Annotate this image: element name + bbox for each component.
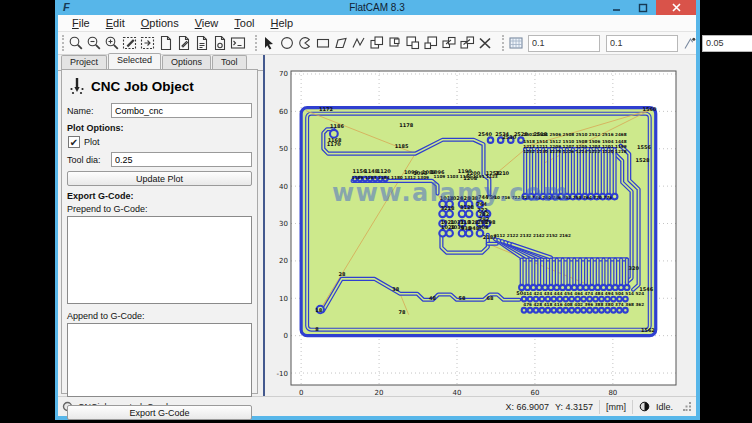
- edit-geometry-button[interactable]: [121, 34, 139, 53]
- path-tool-button[interactable]: [350, 34, 368, 53]
- svg-text:1528: 1528: [635, 157, 649, 163]
- delete-x-icon: [477, 35, 493, 51]
- tool-dia-input[interactable]: [111, 152, 252, 167]
- rectangle-tool-button[interactable]: [314, 34, 332, 53]
- cncjob-icon: [69, 77, 85, 95]
- toolbar-drag-handle[interactable]: [502, 35, 504, 51]
- svg-text:60: 60: [279, 108, 288, 116]
- menu-edit[interactable]: Edit: [98, 16, 133, 30]
- svg-text:78: 78: [399, 309, 406, 315]
- svg-text:40: 40: [279, 183, 288, 191]
- update-geometry-button[interactable]: [139, 34, 157, 53]
- append-label: Append to G-Code:: [67, 311, 252, 321]
- resize-grip[interactable]: [683, 402, 692, 411]
- svg-text:1232 1230 1228 1226 1224 1222: 1232 1230 1228 1226 1224 1222 1220 1218: [523, 149, 627, 154]
- grid-icon: [508, 35, 524, 51]
- delete-shape-button[interactable]: [476, 34, 494, 53]
- svg-text:20: 20: [279, 257, 288, 265]
- tab-project[interactable]: Project: [61, 55, 107, 70]
- svg-text:0: 0: [299, 389, 303, 396]
- svg-text:80: 80: [608, 389, 617, 396]
- grid-y-input[interactable]: [606, 35, 678, 52]
- append-gcode-textarea[interactable]: [67, 323, 252, 397]
- circle-tool-button[interactable]: [278, 34, 296, 53]
- toolbar-drag-handle[interactable]: [62, 35, 64, 51]
- zoom-in-button[interactable]: [103, 34, 121, 53]
- svg-text:38: 38: [392, 286, 399, 292]
- menu-tool[interactable]: Tool: [226, 16, 262, 30]
- menu-help[interactable]: Help: [262, 16, 301, 30]
- maximize-button[interactable]: [630, 0, 656, 15]
- svg-text:1120: 1120: [377, 168, 391, 174]
- cut-path-button[interactable]: [422, 34, 440, 53]
- snap-max-input[interactable]: [702, 35, 752, 52]
- union-button[interactable]: [368, 34, 386, 53]
- copy-objects-button[interactable]: [440, 34, 458, 53]
- cursor-y-readout: Y: 4.3157: [555, 402, 593, 412]
- state-readout: Idle.: [656, 402, 673, 412]
- intersection-button[interactable]: [386, 34, 404, 53]
- select-tool-button[interactable]: [260, 34, 278, 53]
- polygon-tool-icon: [333, 35, 349, 51]
- activity-icon: [639, 401, 650, 412]
- menu-options[interactable]: Options: [133, 16, 187, 30]
- tool-dia-label: Tool dia:: [67, 155, 111, 165]
- menu-bar: File Edit Options View Tool Help: [58, 15, 696, 32]
- menu-file[interactable]: File: [64, 16, 98, 30]
- close-button[interactable]: [656, 0, 696, 15]
- svg-text:2502 2504 2506 2508 2510 2512: 2502 2504 2506 2508 2510 2512 2516 2468: [523, 132, 627, 137]
- zoom-fit-button[interactable]: [67, 34, 85, 53]
- svg-text:20: 20: [375, 389, 384, 396]
- close-icon: [672, 3, 681, 12]
- polygon-tool-button[interactable]: [332, 34, 350, 53]
- plot-checkbox-label: Plot: [84, 137, 100, 147]
- union-icon: [369, 35, 385, 51]
- terminal-icon: [230, 35, 246, 51]
- zoom-fit-icon: [68, 35, 84, 51]
- save-project-as-button[interactable]: [211, 34, 229, 53]
- new-project-button[interactable]: [157, 34, 175, 53]
- svg-text:28: 28: [339, 271, 346, 277]
- export-gcode-button[interactable]: Export G-Code: [67, 405, 252, 420]
- svg-text:40: 40: [453, 389, 462, 396]
- statusbar-separator: [599, 400, 600, 414]
- plot-panel: 020406080-100102030405060701172156015628…: [266, 55, 696, 396]
- grid-x-input[interactable]: [528, 35, 600, 52]
- tab-tool[interactable]: Tool: [212, 55, 247, 70]
- zoom-out-button[interactable]: [85, 34, 103, 53]
- move-objects-button[interactable]: [458, 34, 476, 53]
- svg-text:-10: -10: [277, 370, 288, 378]
- svg-text:1556: 1556: [637, 144, 651, 150]
- subtract-button[interactable]: [404, 34, 422, 53]
- name-input[interactable]: [111, 103, 252, 118]
- svg-text:70: 70: [279, 70, 288, 78]
- update-plot-button[interactable]: Update Plot: [67, 171, 252, 186]
- new-file-icon: [158, 35, 174, 51]
- svg-text:308: 308: [478, 224, 489, 230]
- tab-options[interactable]: Options: [162, 55, 211, 70]
- menu-view[interactable]: View: [187, 16, 227, 30]
- minimize-button[interactable]: [604, 0, 630, 15]
- shell-button[interactable]: [229, 34, 247, 53]
- svg-text:320: 320: [628, 265, 639, 271]
- svg-text:30: 30: [279, 220, 288, 228]
- plot-checkbox[interactable]: ✔: [68, 136, 80, 148]
- move-icon: [459, 35, 475, 51]
- toolbar-drag-handle[interactable]: [255, 35, 257, 51]
- svg-text:1562: 1562: [641, 327, 655, 333]
- arc-tool-button[interactable]: [296, 34, 314, 53]
- svg-text:50: 50: [279, 145, 288, 153]
- save-project-button[interactable]: [193, 34, 211, 53]
- screenshot-root: { "window": { "title": "FlatCAM 8.3" }, …: [0, 0, 752, 423]
- corner-snap-toggle-button[interactable]: [681, 34, 699, 53]
- save-file-icon: [194, 35, 210, 51]
- open-project-button[interactable]: [175, 34, 193, 53]
- snap-grid-toggle-button[interactable]: [507, 34, 525, 53]
- window-title: FlatCAM 8.3: [58, 2, 696, 13]
- cursor-x-readout: X: 66.9007: [505, 402, 549, 412]
- plot-options-label: Plot Options:: [67, 123, 252, 133]
- prepend-gcode-textarea[interactable]: [67, 216, 252, 304]
- svg-text:1185: 1185: [395, 143, 409, 149]
- panel-splitter[interactable]: [263, 55, 265, 396]
- plot-canvas[interactable]: 020406080-100102030405060701172156015628…: [266, 55, 696, 396]
